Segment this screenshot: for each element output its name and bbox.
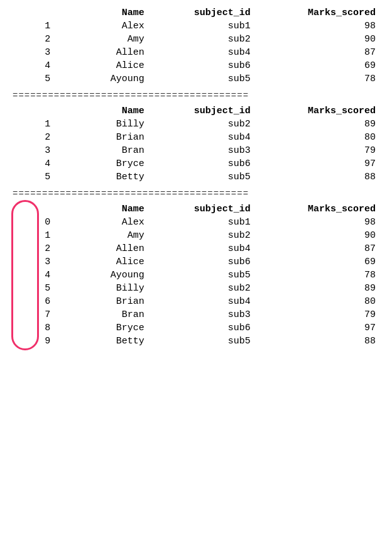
row-name: Ayoung — [54, 72, 148, 86]
table-row: 5Ayoungsub578 — [13, 72, 379, 86]
row-index: 1 — [13, 19, 54, 33]
row-index: 2 — [13, 33, 54, 46]
row-index: 2 — [13, 131, 54, 144]
table-section-1: Name subject_id Marks_scored 1Alexsub198… — [13, 6, 379, 86]
table1-header-row: Name subject_id Marks_scored — [13, 6, 379, 19]
table3-header-row: Name subject_id Marks_scored — [13, 203, 379, 216]
row-index: 3 — [13, 144, 54, 157]
row-marks: 79 — [254, 144, 379, 157]
table2-col-subject: subject_id — [148, 104, 254, 118]
row-marks: 80 — [254, 131, 379, 144]
row-index: 3 — [13, 46, 54, 59]
table3-col-name: Name — [54, 203, 148, 216]
table-row: 4Ayoungsub578 — [13, 269, 379, 282]
row-marks: 78 — [254, 269, 379, 282]
table3-col-marks: Marks_scored — [254, 203, 379, 216]
row-subject-id: sub4 — [148, 46, 254, 59]
row-marks: 87 — [254, 242, 379, 255]
row-name: Bran — [54, 144, 148, 157]
third-section-wrapper: Name subject_id Marks_scored 0Alexsub198… — [13, 203, 379, 348]
row-subject-id: sub4 — [148, 295, 254, 308]
row-index: 4 — [13, 157, 54, 170]
table-row: 3Allensub487 — [13, 46, 379, 59]
row-subject-id: sub3 — [148, 144, 254, 157]
data-table-3: Name subject_id Marks_scored 0Alexsub198… — [13, 203, 379, 348]
row-subject-id: sub6 — [148, 255, 254, 269]
table-row: 5Billysub289 — [13, 282, 379, 295]
table3-col-subject: subject_id — [148, 203, 254, 216]
row-index: 8 — [13, 321, 54, 335]
row-subject-id: sub6 — [148, 321, 254, 335]
row-marks: 89 — [254, 118, 379, 131]
table-row: 1Amysub290 — [13, 229, 379, 242]
table2-header-row: Name subject_id Marks_scored — [13, 104, 379, 118]
table2-col-marks: Marks_scored — [254, 104, 379, 118]
table-row: 1Billysub289 — [13, 118, 379, 131]
row-marks: 79 — [254, 308, 379, 321]
table-row: 2Amysub290 — [13, 33, 379, 46]
table-row: 4Brycesub697 — [13, 157, 379, 170]
row-name: Bran — [54, 308, 148, 321]
table-row: 7Bransub379 — [13, 308, 379, 321]
row-marks: 97 — [254, 157, 379, 170]
row-marks: 89 — [254, 282, 379, 295]
row-marks: 69 — [254, 255, 379, 269]
row-subject-id: sub1 — [148, 216, 254, 229]
row-marks: 69 — [254, 59, 379, 72]
row-index: 3 — [13, 255, 54, 269]
row-subject-id: sub2 — [148, 118, 254, 131]
row-marks: 88 — [254, 335, 379, 348]
table-row: 3Alicesub669 — [13, 255, 379, 269]
row-name: Betty — [54, 335, 148, 348]
table-row: 1Alexsub198 — [13, 19, 379, 33]
row-name: Bryce — [54, 321, 148, 335]
row-index: 1 — [13, 118, 54, 131]
row-marks: 87 — [254, 46, 379, 59]
row-name: Alice — [54, 255, 148, 269]
row-name: Allen — [54, 242, 148, 255]
row-subject-id: sub5 — [148, 170, 254, 184]
separator-2: ======================================== — [13, 189, 379, 199]
row-subject-id: sub4 — [148, 242, 254, 255]
row-subject-id: sub2 — [148, 282, 254, 295]
row-marks: 98 — [254, 19, 379, 33]
row-subject-id: sub2 — [148, 229, 254, 242]
row-subject-id: sub5 — [148, 269, 254, 282]
row-index: 4 — [13, 269, 54, 282]
row-index: 4 — [13, 59, 54, 72]
table-row: 8Brycesub697 — [13, 321, 379, 335]
table3-col-index — [13, 203, 54, 216]
table-row: 2Allensub487 — [13, 242, 379, 255]
row-subject-id: sub1 — [148, 19, 254, 33]
table1-col-index — [13, 6, 54, 19]
table-row: 3Bransub379 — [13, 144, 379, 157]
table2-col-name: Name — [54, 104, 148, 118]
row-index: 7 — [13, 308, 54, 321]
table1-col-subject: subject_id — [148, 6, 254, 19]
row-name: Brian — [54, 131, 148, 144]
row-index: 5 — [13, 282, 54, 295]
row-name: Alex — [54, 216, 148, 229]
row-name: Betty — [54, 170, 148, 184]
row-name: Amy — [54, 229, 148, 242]
row-index: 6 — [13, 295, 54, 308]
row-subject-id: sub6 — [148, 59, 254, 72]
row-index: 5 — [13, 72, 54, 86]
table-row: 4Alicesub669 — [13, 59, 379, 72]
row-name: Brian — [54, 295, 148, 308]
row-marks: 80 — [254, 295, 379, 308]
row-index: 2 — [13, 242, 54, 255]
table-row: 0Alexsub198 — [13, 216, 379, 229]
row-name: Amy — [54, 33, 148, 46]
separator-1: ======================================== — [13, 91, 379, 101]
row-name: Ayoung — [54, 269, 148, 282]
row-marks: 90 — [254, 229, 379, 242]
row-subject-id: sub2 — [148, 33, 254, 46]
row-index: 1 — [13, 229, 54, 242]
row-marks: 88 — [254, 170, 379, 184]
table-row: 9Bettysub588 — [13, 335, 379, 348]
table-row: 6Briansub480 — [13, 295, 379, 308]
table-row: 2Briansub480 — [13, 131, 379, 144]
table-row: 5Bettysub588 — [13, 170, 379, 184]
table1-col-name: Name — [54, 6, 148, 19]
